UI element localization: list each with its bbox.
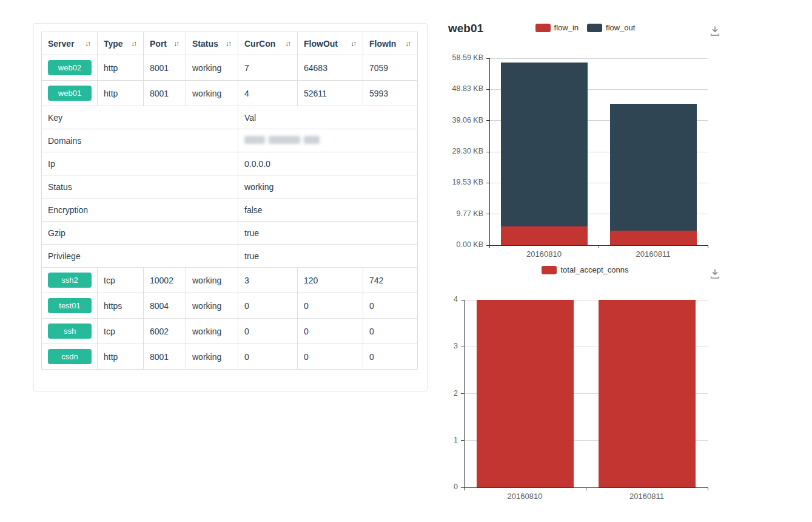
y-axis-label: 0.00 KB [435, 240, 483, 249]
y-axis-label: 0 [409, 483, 458, 491]
server-badge[interactable]: web01 [48, 86, 92, 101]
x-axis-label: 20160811 [599, 249, 708, 259]
column-label: FlowOut [304, 39, 338, 49]
y-axis-label: 19.53 KB [435, 178, 483, 186]
y-axis-label: 39.06 KB [435, 116, 483, 124]
detail-key: Encryption [42, 198, 238, 222]
cell-port: 10002 [144, 268, 186, 293]
column-header-flowin[interactable]: FlowIn↓↑ [363, 32, 418, 55]
cell-curcon: 0 [238, 293, 298, 319]
detail-key: Domains [42, 129, 238, 152]
table-row: sshtcp6002working000 [42, 319, 418, 344]
column-label: CurCon [244, 39, 275, 49]
cell-port: 8004 [144, 293, 186, 319]
legend-swatch [587, 24, 602, 32]
column-label: FlowIn [369, 39, 396, 49]
cell-type: tcp [98, 319, 144, 344]
sort-icon[interactable]: ↓↑ [351, 39, 357, 48]
column-header-flowout[interactable]: FlowOut↓↑ [298, 32, 363, 55]
legend-item-total_accept_conns[interactable]: total_accept_conns [542, 265, 628, 274]
y-axis-label: 2 [409, 389, 458, 398]
bar-segment-flow_out [501, 63, 588, 226]
column-label: Port [150, 39, 167, 49]
detail-key: Gzip [42, 222, 238, 245]
cell-port: 8001 [144, 55, 186, 81]
legend-item-flow_out[interactable]: flow_out [587, 23, 635, 32]
cell-server: web01 [42, 81, 98, 106]
redaction-blob [244, 136, 265, 144]
sort-icon[interactable]: ↓↑ [405, 39, 411, 48]
bar-segment-total_accept_conns [477, 300, 574, 487]
sort-icon[interactable]: ↓↑ [226, 39, 232, 48]
server-badge[interactable]: ssh [48, 324, 92, 339]
cell-type: tcp [98, 268, 144, 293]
x-axis-label: 20160811 [586, 492, 708, 501]
x-axis-tick [708, 245, 708, 248]
y-axis-label: 1 [409, 436, 458, 444]
download-icon[interactable] [708, 24, 722, 38]
server-badge[interactable]: csdn [48, 349, 92, 364]
cell-status: working [186, 268, 238, 293]
detail-row: Domains [42, 129, 418, 152]
server-badge[interactable]: ssh2 [48, 273, 92, 288]
detail-val: true [238, 222, 418, 245]
x-axis-label: 20160810 [464, 492, 586, 501]
sort-icon[interactable]: ↓↑ [173, 39, 180, 48]
column-label: Type [104, 39, 123, 49]
detail-val: working [238, 175, 418, 198]
y-axis-label: 48.83 KB [435, 84, 483, 93]
sort-icon[interactable]: ↓↑ [85, 39, 91, 48]
legend-label: total_accept_conns [560, 265, 628, 274]
detail-row: Ip0.0.0.0 [42, 152, 418, 175]
column-header-server[interactable]: Server↓↑ [42, 32, 98, 55]
column-header-content: Port↓↑ [150, 39, 180, 49]
column-header-content: CurCon↓↑ [244, 39, 291, 49]
column-header-type[interactable]: Type↓↑ [98, 32, 144, 55]
bar-segment-flow_out [610, 104, 697, 231]
cell-server: web02 [42, 55, 98, 81]
server-table-card: Server↓↑Type↓↑Port↓↑Status↓↑CurCon↓↑Flow… [33, 23, 428, 392]
detail-key: Ip [42, 152, 238, 175]
detail-val: 0.0.0.0 [238, 152, 418, 175]
x-axis-label: 20160810 [489, 249, 599, 259]
detail-row: Encryptionfalse [42, 198, 418, 222]
cell-curcon: 0 [238, 344, 298, 370]
sort-icon[interactable]: ↓↑ [131, 39, 137, 48]
cell-status: working [186, 319, 238, 344]
y-axis-line [489, 58, 490, 245]
server-badge[interactable]: web02 [48, 60, 92, 75]
detail-header-row: KeyVal [42, 106, 418, 129]
column-header-content: Type↓↑ [104, 39, 137, 49]
column-header-content: FlowOut↓↑ [304, 39, 357, 49]
cell-curcon: 4 [238, 81, 298, 106]
cell-flowin: 5993 [363, 81, 418, 106]
table-header-row: Server↓↑Type↓↑Port↓↑Status↓↑CurCon↓↑Flow… [42, 32, 418, 55]
download-icon[interactable] [708, 267, 722, 280]
redaction-blob [269, 136, 300, 144]
column-label: Server [48, 39, 75, 49]
server-badge[interactable]: test01 [48, 298, 92, 313]
column-label: Status [192, 39, 218, 49]
cell-curcon: 0 [238, 319, 298, 344]
cell-server: test01 [42, 293, 98, 319]
cell-flowout: 120 [298, 268, 363, 293]
column-header-content: FlowIn↓↑ [369, 39, 411, 49]
cell-flowin: 742 [363, 268, 418, 293]
legend-swatch [542, 266, 557, 274]
y-axis-label: 29.30 KB [435, 147, 483, 155]
server-table: Server↓↑Type↓↑Port↓↑Status↓↑CurCon↓↑Flow… [41, 32, 418, 370]
cell-flowout: 0 [298, 319, 363, 344]
cell-server: ssh [42, 319, 98, 344]
column-header-port[interactable]: Port↓↑ [144, 32, 186, 55]
cell-server: ssh2 [42, 268, 98, 293]
legend-item-flow_in[interactable]: flow_in [535, 23, 579, 32]
detail-key: Privilege [42, 245, 238, 268]
redaction-blob [304, 136, 320, 144]
column-header-status[interactable]: Status↓↑ [186, 32, 238, 55]
chart-legend: flow_inflow_out [443, 23, 728, 32]
bar-segment-flow_in [501, 226, 588, 245]
detail-row: Statusworking [42, 175, 418, 198]
column-header-curcon[interactable]: CurCon↓↑ [238, 32, 298, 55]
sort-icon[interactable]: ↓↑ [285, 39, 291, 48]
cell-status: working [186, 293, 238, 319]
